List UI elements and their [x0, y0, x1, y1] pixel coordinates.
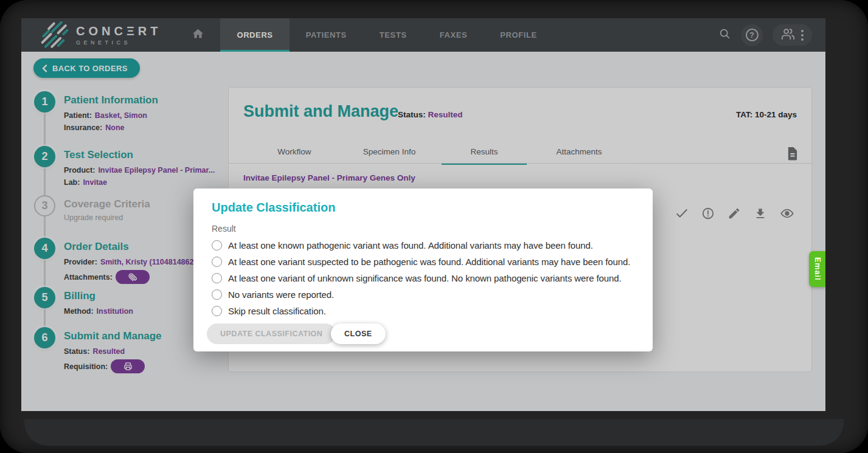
radio-icon[interactable] — [212, 240, 222, 251]
radio-option-unknown-significance[interactable]: At least one variant of unknown signific… — [212, 270, 630, 286]
radio-icon[interactable] — [212, 257, 222, 267]
radio-option-suspected-pathogenic[interactable]: At least one variant suspected to be pat… — [212, 254, 630, 270]
bezel-hinge — [24, 419, 844, 446]
app-window: CONCΞRT GENETICS ORDERS PATIENTS TESTS F… — [21, 18, 825, 411]
radio-icon[interactable] — [212, 306, 222, 316]
email-tab-label: Email — [813, 257, 822, 280]
update-classification-modal: Update Classification Result At least on… — [193, 188, 653, 351]
modal-title: Update Classification — [212, 201, 335, 215]
radio-option-pathogenic[interactable]: At least one known pathogenic variant wa… — [212, 237, 630, 254]
radio-icon[interactable] — [212, 273, 222, 283]
result-label: Result — [212, 224, 236, 233]
close-button[interactable]: CLOSE — [331, 323, 386, 344]
update-classification-button[interactable]: UPDATE CLASSIFICATION — [207, 323, 336, 344]
radio-option-no-variants[interactable]: No variants were reported. — [212, 286, 630, 303]
email-feedback-tab[interactable]: Email — [809, 251, 825, 287]
radio-option-skip-classification[interactable]: Skip result classification. — [212, 303, 630, 319]
radio-icon[interactable] — [212, 289, 222, 300]
device-frame: CONCΞRT GENETICS ORDERS PATIENTS TESTS F… — [0, 0, 868, 453]
result-options: At least one known pathogenic variant wa… — [212, 237, 630, 319]
